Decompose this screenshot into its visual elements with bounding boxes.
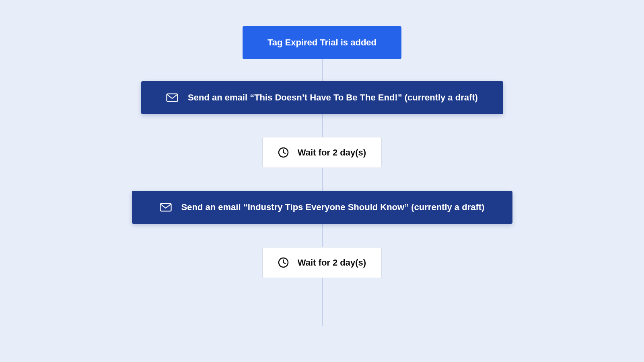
trigger-node[interactable]: Tag Expired Trial is added xyxy=(243,26,401,59)
connector xyxy=(322,224,323,247)
connector xyxy=(322,114,323,137)
wait-step-2[interactable]: Wait for 2 day(s) xyxy=(262,247,382,278)
wait-step-2-label: Wait for 2 day(s) xyxy=(298,258,366,268)
email-step-2-label: Send an email “Industry Tips Everyone Sh… xyxy=(181,202,485,213)
connector xyxy=(322,168,323,191)
connector xyxy=(322,59,323,81)
email-step-1[interactable]: Send an email “This Doesn’t Have To Be T… xyxy=(141,81,503,114)
wait-step-1[interactable]: Wait for 2 day(s) xyxy=(262,137,382,168)
envelope-icon xyxy=(160,203,172,212)
email-step-2[interactable]: Send an email “Industry Tips Everyone Sh… xyxy=(132,191,512,224)
clock-icon xyxy=(278,147,289,158)
clock-icon xyxy=(278,257,289,268)
trigger-label: Tag Expired Trial is added xyxy=(267,37,377,47)
wait-step-1-label: Wait for 2 day(s) xyxy=(298,147,366,158)
connector xyxy=(322,278,323,326)
envelope-icon xyxy=(166,93,178,102)
email-step-1-label: Send an email “This Doesn’t Have To Be T… xyxy=(188,92,478,103)
